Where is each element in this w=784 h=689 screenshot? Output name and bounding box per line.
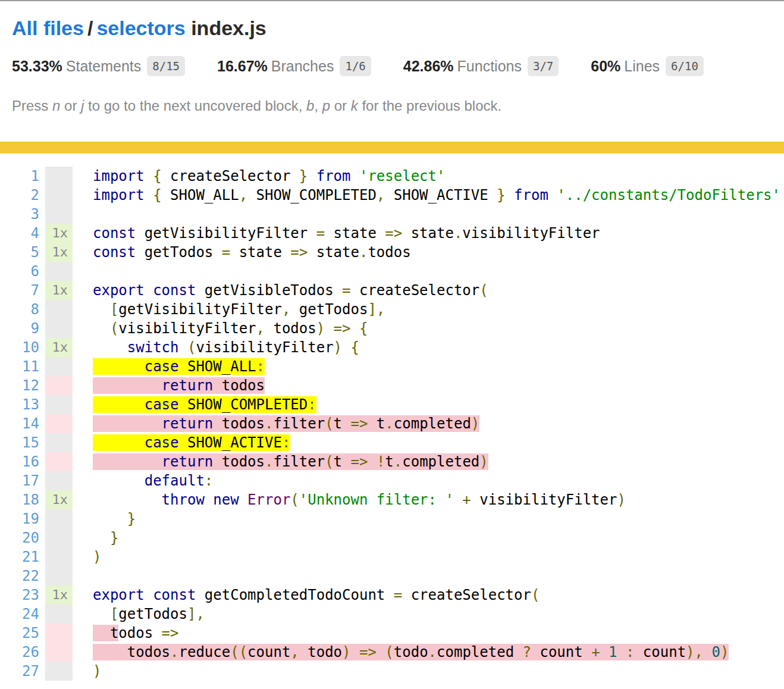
- code-line: 15 case SHOW_ACTIVE:: [0, 433, 784, 452]
- line-number: 24: [0, 605, 45, 624]
- line-execution-count: 1x: [45, 224, 73, 243]
- hint-key: k: [351, 98, 358, 114]
- line-code: throw new Error('Unknown filter: ' + vis…: [73, 490, 784, 509]
- source-code-listing: 1import { createSelector } from 'reselec…: [0, 154, 784, 683]
- hint-key: p: [322, 98, 330, 114]
- line-code: [73, 262, 784, 281]
- line-number: 27: [0, 662, 45, 681]
- line-execution-count: [45, 376, 73, 395]
- coverage-report-page: All files/selectors index.js 53.33%State…: [0, 0, 784, 683]
- code-line: 1import { createSelector } from 'reselec…: [0, 167, 784, 186]
- code-line: 17 default:: [0, 471, 784, 490]
- code-line: 2import { SHOW_ALL, SHOW_COMPLETED, SHOW…: [0, 186, 784, 205]
- line-code: import { createSelector } from 'reselect…: [73, 167, 784, 186]
- line-execution-count: 1x: [45, 585, 73, 605]
- code-line: 12 return todos: [0, 376, 784, 395]
- line-code: [getTodos],: [73, 605, 784, 624]
- stat-lines: 60%Lines6/10: [591, 58, 704, 75]
- line-execution-count: [45, 262, 73, 281]
- line-number: 11: [0, 357, 45, 376]
- line-execution-count: [45, 471, 73, 490]
- line-execution-count: [45, 205, 73, 224]
- code-line: 22: [0, 566, 784, 585]
- stat-functions: 42.86%Functions3/7: [403, 58, 559, 75]
- line-number: 5: [0, 243, 45, 262]
- line-number: 10: [0, 338, 45, 357]
- hint-text: ,: [314, 98, 322, 114]
- line-number: 4: [0, 224, 45, 243]
- code-line: 11 case SHOW_ALL:: [0, 357, 784, 376]
- hint-text: or: [330, 98, 351, 114]
- line-execution-count: [45, 186, 73, 205]
- stat-value: 53.33%: [12, 58, 62, 74]
- line-code: (visibilityFilter, todos) => {: [73, 319, 784, 338]
- line-execution-count: [45, 566, 73, 585]
- hint-text: or: [60, 98, 81, 114]
- stat-label: Branches: [268, 58, 334, 74]
- stat-value: 42.86%: [403, 58, 454, 74]
- stat-fraction: 8/15: [147, 56, 185, 76]
- code-line: 20 }: [0, 528, 784, 547]
- line-number: 21: [0, 547, 45, 566]
- code-line: 16 return todos.filter(t => !t.completed…: [0, 452, 784, 471]
- code-line: 26 todos.reduce((count, todo) => (todo.c…: [0, 643, 784, 662]
- line-number: 17: [0, 471, 45, 490]
- line-execution-count: 1x: [45, 490, 73, 509]
- line-code: case SHOW_COMPLETED:: [73, 395, 784, 414]
- code-line: 25 todos =>: [0, 624, 784, 643]
- breadcrumb-all-files-link[interactable]: All files: [12, 17, 84, 39]
- line-number: 2: [0, 186, 45, 205]
- coverage-status-bar: [0, 142, 784, 154]
- line-number: 3: [0, 205, 45, 224]
- line-execution-count: [45, 662, 73, 681]
- stats-row: 53.33%Statements8/1516.67%Branches1/642.…: [12, 58, 772, 75]
- code-line: 6: [0, 262, 784, 281]
- line-number: 23: [0, 585, 45, 605]
- stat-value: 60%: [591, 58, 620, 74]
- line-number: 19: [0, 509, 45, 528]
- line-execution-count: 1x: [45, 243, 73, 262]
- line-execution-count: [45, 319, 73, 338]
- line-code: export const getCompletedTodoCount = cre…: [73, 585, 784, 605]
- line-execution-count: [45, 528, 73, 547]
- line-code: todos =>: [73, 624, 784, 643]
- hint-key: b: [306, 98, 314, 114]
- hint-text: for the previous block.: [358, 98, 501, 114]
- line-execution-count: [45, 643, 73, 662]
- line-number: 7: [0, 281, 45, 300]
- code-line: 51xconst getTodos = state => state.todos: [0, 243, 784, 262]
- line-number: 6: [0, 262, 45, 281]
- code-line: 19 }: [0, 509, 784, 528]
- report-header: All files/selectors index.js 53.33%State…: [0, 1, 784, 114]
- line-execution-count: [45, 414, 73, 433]
- line-code: ): [73, 547, 784, 566]
- line-number: 25: [0, 624, 45, 643]
- line-number: 16: [0, 452, 45, 471]
- line-number: 20: [0, 528, 45, 547]
- line-execution-count: [45, 433, 73, 452]
- line-execution-count: 1x: [45, 281, 73, 300]
- line-code: ): [73, 662, 784, 681]
- stat-fraction: 6/10: [666, 56, 704, 76]
- line-number: 1: [0, 167, 45, 186]
- code-line: 27): [0, 662, 784, 681]
- code-line: 231xexport const getCompletedTodoCount =…: [0, 585, 784, 605]
- code-line: 21): [0, 547, 784, 566]
- hint-key: n: [52, 98, 60, 114]
- breadcrumb-separator: /: [84, 17, 96, 39]
- line-number: 12: [0, 376, 45, 395]
- code-line: 101x switch (visibilityFilter) {: [0, 338, 784, 357]
- line-code: [73, 566, 784, 585]
- code-line: 14 return todos.filter(t => t.completed): [0, 414, 784, 433]
- line-number: 22: [0, 566, 45, 585]
- stat-fraction: 1/6: [340, 56, 371, 76]
- breadcrumb-folder-link[interactable]: selectors: [96, 17, 185, 39]
- line-code: [getVisibilityFilter, getTodos],: [73, 300, 784, 319]
- line-number: 9: [0, 319, 45, 338]
- line-code: }: [73, 509, 784, 528]
- line-execution-count: [45, 395, 73, 414]
- code-line: 181x throw new Error('Unknown filter: ' …: [0, 490, 784, 509]
- hint-text: to go to the next uncovered block,: [84, 98, 306, 114]
- breadcrumb: All files/selectors index.js: [12, 17, 772, 40]
- line-execution-count: [45, 605, 73, 624]
